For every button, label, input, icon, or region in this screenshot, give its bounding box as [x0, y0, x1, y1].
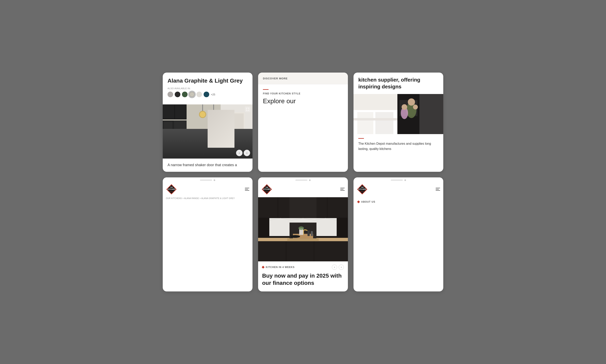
family-svg: [353, 94, 443, 134]
image-nav-arrows: ‹ ›: [236, 150, 250, 156]
expand-button[interactable]: [245, 106, 250, 112]
dark-kitchen-svg: [258, 197, 348, 261]
svg-text:Depot: Depot: [360, 191, 364, 192]
supplier-card: kitchen supplier, offering inspiring des…: [353, 73, 443, 172]
bottom-left-phone-card: THE KITCHEN Depot OUR KITCHENS > ALANA R…: [163, 177, 253, 292]
kitchen-depot-logo-3: THE KITCHEN Depot: [357, 184, 368, 195]
finance-content: KITCHEN IN 4 WEEKS ‹ › Buy now and pay i…: [258, 261, 348, 292]
hamburger-line-1: [245, 188, 249, 188]
svg-rect-6: [175, 121, 186, 133]
hamburger-line-4: [340, 188, 345, 188]
product-card-header: Alana Graphite & Light Grey ALSO AVAILAB…: [163, 73, 253, 105]
svg-rect-57: [328, 197, 347, 218]
notch-pill-3: [391, 180, 403, 181]
notch-dot: [214, 179, 215, 181]
svg-rect-7: [175, 134, 186, 145]
kitchen-style-section: FIND YOUR KITCHEN STYLE Explore our: [258, 84, 348, 111]
svg-rect-9: [182, 135, 227, 138]
also-available-label: ALSO AVAILABLE IN:: [168, 87, 248, 90]
next-image-button[interactable]: ›: [244, 150, 250, 156]
hamburger-line-9: [436, 190, 440, 191]
svg-rect-29: [357, 112, 373, 134]
about-us-tag: ABOUT US: [358, 200, 439, 203]
phone-hero-image: [258, 197, 348, 261]
supplier-title-section: kitchen supplier, offering inspiring des…: [353, 73, 443, 94]
svg-rect-53: [259, 197, 277, 218]
color-swatches: +25: [168, 91, 248, 97]
svg-rect-4: [164, 121, 173, 133]
main-grid: Alana Graphite & Light Grey ALSO AVAILAB…: [163, 73, 443, 292]
hamburger-menu-button-2[interactable]: [340, 188, 345, 191]
svg-point-79: [290, 235, 300, 238]
product-image-wrapper: ‹ ›: [163, 104, 253, 158]
hamburger-line-8: [436, 189, 439, 189]
svg-rect-67: [259, 241, 285, 261]
find-style-card: DISCOVER MORE FIND YOUR KITCHEN STYLE Ex…: [258, 73, 348, 172]
svg-rect-11: [198, 143, 202, 152]
bottom-right-phone-card: THE KITCHEN Depot ABOUT US: [353, 177, 443, 292]
swatch-green[interactable]: [182, 91, 188, 97]
svg-rect-12: [208, 143, 212, 152]
supplier-desc-section: The Kitchen Depot manufactures and suppl…: [353, 134, 443, 155]
logo-diamond-svg-2: THE KITCHEN Depot: [261, 184, 272, 195]
product-card: Alana Graphite & Light Grey ALSO AVAILAB…: [163, 73, 253, 172]
svg-rect-16: [230, 114, 244, 134]
svg-rect-10: [188, 143, 192, 152]
svg-point-21: [200, 112, 206, 117]
section-heading: Explore our: [263, 97, 343, 105]
kitchen-depot-logo-2: THE KITCHEN Depot: [261, 184, 272, 195]
swatch-cream-selected[interactable]: [189, 91, 195, 97]
hamburger-menu-button[interactable]: [245, 188, 249, 191]
hamburger-line-7: [436, 188, 440, 188]
about-us-label: ABOUT US: [361, 200, 375, 203]
svg-rect-25: [163, 131, 191, 136]
discover-more-button[interactable]: DISCOVER MORE: [263, 77, 288, 80]
section-tag-label: KITCHEN IN 4 WEEKS: [266, 266, 295, 269]
logo-diamond-svg: THE KITCHEN Depot: [166, 184, 177, 195]
svg-text:THE: THE: [170, 187, 173, 188]
swatch-light-grey[interactable]: [168, 91, 173, 97]
section-label: FIND YOUR KITCHEN STYLE: [263, 92, 343, 95]
expand-icon: [246, 108, 249, 111]
svg-text:THE: THE: [361, 187, 364, 188]
svg-rect-22: [202, 104, 203, 111]
hamburger-line-6: [340, 190, 345, 191]
product-title: Alana Graphite & Light Grey: [168, 77, 248, 84]
next-section-button[interactable]: ›: [339, 265, 344, 270]
svg-rect-5: [164, 134, 173, 145]
svg-rect-69: [314, 241, 347, 261]
svg-rect-8: [182, 136, 227, 146]
finance-heading: Buy now and pay in 2025 with our finance…: [262, 272, 344, 287]
svg-rect-18: [163, 105, 174, 119]
kitchen-weeks-tag: KITCHEN IN 4 WEEKS ‹ ›: [262, 265, 344, 270]
svg-rect-68: [286, 241, 313, 261]
prev-image-button[interactable]: ‹: [236, 150, 243, 156]
section-accent-line: [263, 89, 269, 90]
supplier-title: kitchen supplier, offering inspiring des…: [358, 77, 438, 90]
svg-point-40: [402, 104, 407, 110]
phone-header-3: THE KITCHEN Depot: [353, 182, 443, 197]
swatch-graphite[interactable]: [175, 91, 180, 97]
swatch-white[interactable]: [196, 91, 202, 97]
svg-rect-35: [419, 94, 443, 134]
svg-point-76: [299, 226, 304, 230]
section-nav: ‹ ›: [332, 265, 344, 270]
svg-point-38: [413, 105, 418, 109]
svg-text:THE: THE: [266, 187, 268, 188]
hamburger-menu-button-3[interactable]: [436, 188, 440, 191]
phone-header: THE KITCHEN Depot: [163, 182, 253, 197]
diamond-icon: [262, 266, 265, 268]
bottom-center-phone-card: THE KITCHEN Depot: [258, 177, 348, 292]
phone-notch-2: [258, 177, 348, 182]
hamburger-line-3: [245, 190, 249, 191]
svg-point-37: [408, 98, 415, 106]
notch-dot-2: [309, 179, 311, 181]
phone-header-2: THE KITCHEN Depot: [258, 182, 348, 197]
svg-rect-30: [375, 112, 393, 134]
prev-section-button[interactable]: ‹: [332, 265, 337, 270]
phone-notch: [163, 177, 253, 182]
hamburger-line-5: [340, 189, 344, 189]
svg-rect-77: [307, 230, 309, 236]
swatch-navy[interactable]: [204, 91, 209, 97]
about-us-content: ABOUT US: [353, 197, 443, 210]
